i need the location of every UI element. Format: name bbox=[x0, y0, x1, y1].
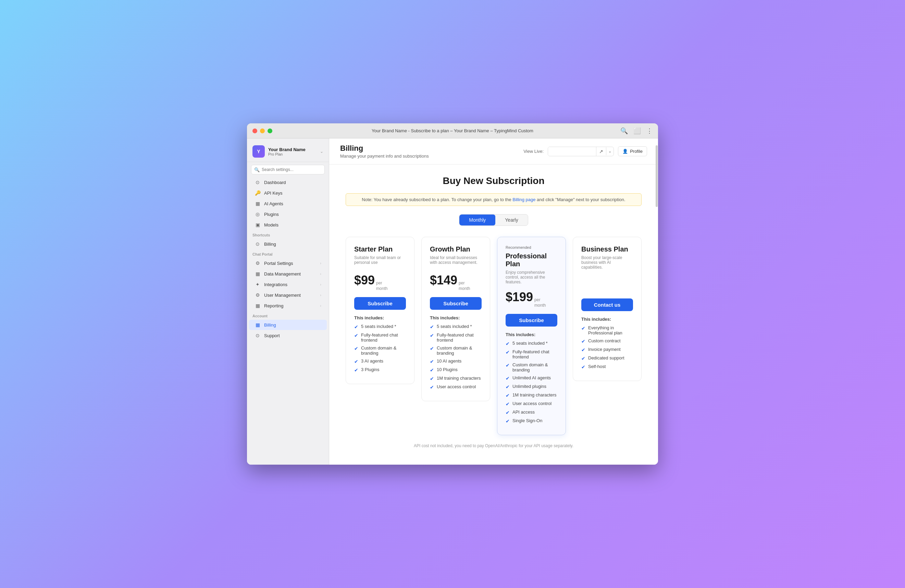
professional-plan-card: Recommended Professional Plan Enjoy comp… bbox=[497, 237, 566, 435]
window-body: Y Your Brand Name Pro Plan ⌄ 🔍 ⊙ Dashboa… bbox=[247, 138, 658, 464]
growth-subscribe-button[interactable]: Subscribe bbox=[430, 297, 482, 310]
check-icon: ✔ bbox=[354, 359, 358, 364]
starter-subscribe-button[interactable]: Subscribe bbox=[354, 297, 406, 310]
plan-name: Growth Plan bbox=[430, 245, 482, 253]
header-title-block: Billing Manage your payment info and sub… bbox=[340, 144, 523, 159]
reporting-icon: ▦ bbox=[254, 303, 261, 308]
feature-item: ✔ API access bbox=[506, 410, 557, 415]
check-icon: ✔ bbox=[506, 341, 510, 346]
profile-button[interactable]: 👤 Profile bbox=[618, 146, 647, 156]
dashboard-icon: ⊙ bbox=[254, 180, 261, 185]
feature-item: ✔ Unlimited plugins bbox=[506, 384, 557, 389]
support-icon: ⊙ bbox=[254, 333, 261, 338]
pricing-grid: Starter Plan Suitable for small team or … bbox=[346, 237, 641, 435]
sidebar-item-models[interactable]: ▣ Models bbox=[249, 219, 327, 230]
plan-price: $199 permonth bbox=[506, 290, 557, 308]
sidebar-item-support[interactable]: ⊙ Support bbox=[249, 330, 327, 341]
portal-settings-icon: ⚙ bbox=[254, 261, 261, 266]
shortcuts-label: Shortcuts bbox=[247, 230, 329, 238]
feature-item: ✔ 5 seats included * bbox=[430, 324, 482, 330]
sidebar-item-integrations[interactable]: ✦ Integrations › bbox=[249, 279, 327, 289]
feature-item: ✔ 1M training characters bbox=[506, 393, 557, 398]
feature-list: ✔ 5 seats included * ✔ Fully-featured ch… bbox=[506, 341, 557, 424]
feature-item: ✔ Dedicated support bbox=[581, 355, 633, 361]
integrations-icon: ✦ bbox=[254, 282, 261, 287]
view-live-external-icon[interactable]: ↗ bbox=[596, 147, 606, 156]
view-live-input-wrap: ↗ ⌄ bbox=[548, 147, 614, 156]
sidebar-item-data-management[interactable]: ▦ Data Management › bbox=[249, 269, 327, 279]
feature-item: ✔ 10 AI agents bbox=[430, 358, 482, 364]
check-icon: ✔ bbox=[354, 346, 358, 351]
sidebar-item-label: Integrations bbox=[264, 282, 287, 287]
window-title: Your Brand Name - Subscribe to a plan – … bbox=[372, 128, 533, 133]
feature-item: ✔ Invoice payment bbox=[581, 347, 633, 353]
feature-item: ✔ 1M training characters bbox=[430, 375, 482, 381]
profile-icon: 👤 bbox=[622, 149, 628, 154]
nav-section: ⊙ Dashboard 🔑 API Keys ▦ AI Agents ◎ Plu… bbox=[247, 177, 329, 230]
feature-item: ✔ Everything in Professional plan bbox=[581, 325, 633, 335]
sidebar-item-label: Billing bbox=[264, 242, 276, 247]
toggle-group: Monthly Yearly bbox=[459, 214, 528, 226]
billing-toggle: Monthly Yearly bbox=[346, 214, 641, 226]
check-icon: ✔ bbox=[430, 367, 434, 373]
brand-selector[interactable]: Y Your Brand Name Pro Plan ⌄ bbox=[247, 144, 329, 162]
close-button[interactable] bbox=[252, 129, 257, 133]
check-icon: ✔ bbox=[506, 418, 510, 424]
sidebar-item-dashboard[interactable]: ⊙ Dashboard bbox=[249, 177, 327, 188]
monthly-toggle[interactable]: Monthly bbox=[459, 215, 495, 226]
plan-description: Suitable for small team or personal use bbox=[354, 255, 406, 268]
check-icon: ✔ bbox=[430, 346, 434, 351]
price-per: permonth bbox=[534, 297, 546, 308]
share-icon[interactable]: ⬜ bbox=[634, 127, 641, 135]
feature-item: ✔ Unlimited AI agents bbox=[506, 375, 557, 381]
sidebar-item-billing[interactable]: ▦ Billing bbox=[249, 320, 327, 330]
billing-content: Buy New Subscription Note: You have alre… bbox=[329, 164, 658, 464]
brand-avatar: Y bbox=[252, 145, 265, 157]
plan-name: Business Plan bbox=[581, 245, 633, 253]
notice-text-after: and click "Manage" next to your subscrip… bbox=[537, 197, 626, 202]
plan-description: Ideal for small businesses with access m… bbox=[430, 255, 482, 268]
business-contact-button[interactable]: Contact us bbox=[581, 299, 633, 311]
check-icon: ✔ bbox=[430, 359, 434, 364]
feature-item: ✔ User access control bbox=[430, 384, 482, 390]
price-per: permonth bbox=[459, 281, 470, 291]
header-right: View Live: ↗ ⌄ 👤 Profile bbox=[523, 146, 647, 156]
sidebar-item-portal-settings[interactable]: ⚙ Portal Settings › bbox=[249, 258, 327, 268]
check-icon: ✔ bbox=[506, 410, 510, 415]
sidebar-item-ai-agents[interactable]: ▦ AI Agents bbox=[249, 199, 327, 209]
sidebar-item-label: User Management bbox=[264, 292, 301, 298]
view-live-input[interactable] bbox=[548, 147, 596, 156]
sidebar-item-billing-shortcut[interactable]: ⊙ Billing bbox=[249, 239, 327, 249]
check-icon: ✔ bbox=[581, 364, 586, 370]
sidebar-item-plugins[interactable]: ◎ Plugins bbox=[249, 209, 327, 219]
minimize-button[interactable] bbox=[260, 129, 265, 133]
check-icon: ✔ bbox=[506, 350, 510, 355]
footer-note: API cost not included, you need to pay O… bbox=[346, 443, 641, 454]
sidebar-item-reporting[interactable]: ▦ Reporting › bbox=[249, 300, 327, 311]
scrollbar-track[interactable] bbox=[655, 138, 658, 464]
sidebar-item-api-keys[interactable]: 🔑 API Keys bbox=[249, 188, 327, 198]
scrollbar-thumb[interactable] bbox=[656, 145, 658, 207]
maximize-button[interactable] bbox=[268, 129, 272, 133]
models-icon: ▣ bbox=[254, 222, 261, 227]
chevron-right-icon: › bbox=[320, 261, 321, 265]
account-label: Account bbox=[247, 311, 329, 319]
plan-price bbox=[581, 275, 633, 293]
brand-plan: Pro Plan bbox=[268, 152, 316, 156]
more-icon[interactable]: ⋮ bbox=[646, 127, 653, 135]
billing-page-link[interactable]: Billing page bbox=[513, 197, 535, 202]
sidebar-item-user-management[interactable]: ⚙ User Management › bbox=[249, 290, 327, 300]
app-window: Your Brand Name - Subscribe to a plan – … bbox=[247, 123, 658, 464]
sidebar-item-label: AI Agents bbox=[264, 201, 283, 206]
view-live-dropdown[interactable]: ⌄ bbox=[606, 147, 613, 155]
sidebar-item-label: Portal Settings bbox=[264, 261, 293, 266]
search-icon[interactable]: 🔍 bbox=[620, 127, 628, 135]
yearly-toggle[interactable]: Yearly bbox=[495, 215, 527, 226]
feature-item: ✔ Custom domain & branding bbox=[354, 345, 406, 356]
billing-shortcut-icon: ⊙ bbox=[254, 241, 261, 247]
professional-subscribe-button[interactable]: Subscribe bbox=[506, 314, 557, 327]
search-input[interactable] bbox=[251, 165, 325, 175]
main-content: Billing Manage your payment info and sub… bbox=[329, 138, 658, 464]
chevron-right-icon: › bbox=[320, 304, 321, 308]
recommended-badge: Recommended bbox=[506, 245, 557, 250]
